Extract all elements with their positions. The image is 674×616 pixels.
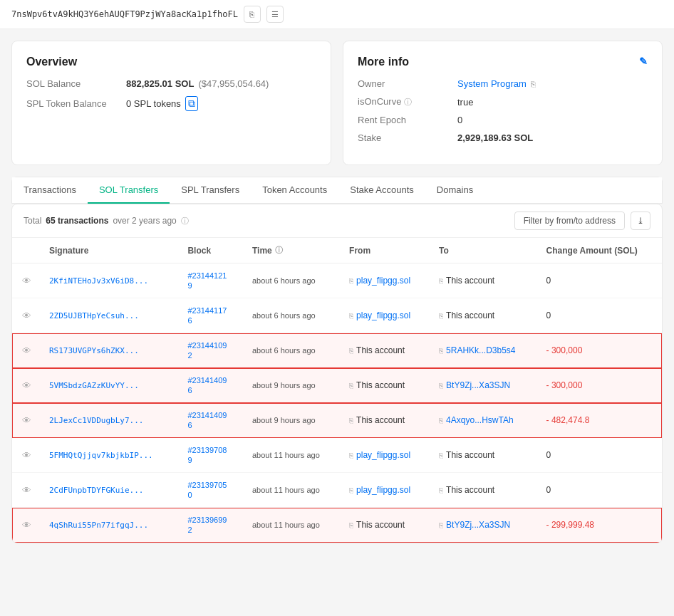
col-from: From xyxy=(341,238,430,263)
from-link[interactable]: play_flipgg.sol xyxy=(356,485,410,495)
col-to: To xyxy=(430,238,538,263)
copy-address-button[interactable]: ⎘ xyxy=(244,6,261,23)
block-link[interactable]: #23139699 xyxy=(187,516,227,524)
table-row: 👁5FMHQtQjjqv7kbjkbIP...#231397089about 1… xyxy=(12,438,662,473)
owner-value: System Program ⎘ xyxy=(457,78,536,89)
to-this-account: This account xyxy=(446,276,494,286)
block-link-sub[interactable]: 2 xyxy=(187,351,192,360)
eye-icon[interactable]: 👁 xyxy=(21,380,32,391)
grid-view-button[interactable]: ☰ xyxy=(266,6,284,23)
from-this-account: This account xyxy=(356,415,405,425)
time-value: about 6 hours ago xyxy=(252,311,316,320)
eye-icon[interactable]: 👁 xyxy=(21,520,32,531)
signature-link[interactable]: 2LJexCc1VDDugbLy7... xyxy=(49,416,143,425)
table-row: 👁5VMSbdzGAZzKUvYY...#231414096about 9 ho… xyxy=(12,368,662,403)
table-info: Total 65 transactions over 2 years ago ⓘ xyxy=(24,216,189,226)
signature-link[interactable]: 5VMSbdzGAZzKUvYY... xyxy=(49,381,139,390)
to-account-icon: ⎘ xyxy=(439,417,443,424)
block-link-sub[interactable]: 6 xyxy=(187,386,192,395)
block-link-sub[interactable]: 0 xyxy=(187,491,192,499)
eye-icon[interactable]: 👁 xyxy=(21,485,32,496)
block-link[interactable]: #23139705 xyxy=(187,481,227,489)
time-range: over 2 years ago xyxy=(113,216,176,226)
signature-link[interactable]: 2ZD5UJBTHpYeCsuh... xyxy=(49,311,139,320)
total-label: Total xyxy=(24,216,41,226)
wallet-address: 7nsWpv6tvA9kHQ3Y6ehAUQFT9PzjWYa8acKa1p1f… xyxy=(11,9,238,19)
tab-token-accounts[interactable]: Token Accounts xyxy=(251,177,338,204)
to-link[interactable]: 5RAHKk...D3b5s4 xyxy=(446,345,515,355)
block-link-sub[interactable]: 9 xyxy=(187,281,192,290)
overview-title: Overview xyxy=(26,56,316,68)
from-link[interactable]: play_flipgg.sol xyxy=(356,276,410,286)
block-link[interactable]: #23141409 xyxy=(187,411,227,419)
block-link[interactable]: #23144117 xyxy=(187,306,227,315)
time-value: about 11 hours ago xyxy=(252,486,320,494)
change-amount: - 300,000 xyxy=(546,345,583,355)
from-account-icon: ⎘ xyxy=(349,486,353,494)
from-this-account: This account xyxy=(356,380,405,390)
eye-icon[interactable]: 👁 xyxy=(21,276,32,286)
eye-icon[interactable]: 👁 xyxy=(21,450,32,461)
from-account-icon: ⎘ xyxy=(349,312,353,320)
signature-link[interactable]: 5FMHQtQjjqv7kbjkbIP... xyxy=(49,451,153,460)
from-link[interactable]: play_flipgg.sol xyxy=(356,450,410,460)
to-link[interactable]: BtY9Zj...Xa3SJN xyxy=(446,380,510,390)
block-link-sub[interactable]: 6 xyxy=(187,316,192,325)
owner-link[interactable]: System Program xyxy=(457,78,527,89)
rent-epoch-label: Rent Epoch xyxy=(358,115,457,125)
to-link[interactable]: BtY9Zj...Xa3SJN xyxy=(446,520,510,530)
from-link[interactable]: play_flipgg.sol xyxy=(356,310,410,320)
block-link[interactable]: #23144109 xyxy=(187,341,227,350)
to-this-account: This account xyxy=(446,485,494,495)
sol-balance-label: SOL Balance xyxy=(26,78,126,89)
tab-bar: Transactions SOL Transfers SPL Transfers… xyxy=(12,177,662,204)
col-time: Time ⓘ xyxy=(244,238,341,263)
is-on-curve-value: true xyxy=(457,97,473,108)
tab-sol-transfers[interactable]: SOL Transfers xyxy=(88,177,170,204)
tab-transactions[interactable]: Transactions xyxy=(12,177,88,204)
block-link-sub[interactable]: 2 xyxy=(187,526,192,534)
spl-token-icon[interactable]: ⧉ xyxy=(185,96,198,111)
block-link-sub[interactable]: 9 xyxy=(187,456,192,464)
table-row: 👁RS173UVGPYs6hZKX...#231441092about 6 ho… xyxy=(12,333,662,368)
copy-owner-icon[interactable]: ⎘ xyxy=(531,80,536,88)
block-link-sub[interactable]: 6 xyxy=(187,421,192,429)
signature-link[interactable]: 4qShRui55Pn77ifgqJ... xyxy=(49,521,148,530)
block-link[interactable]: #23144121 xyxy=(187,271,227,280)
stake-label: Stake xyxy=(358,132,457,143)
to-account-icon: ⎘ xyxy=(439,521,443,529)
signature-link[interactable]: 2KfiNTEHoJv3xV6iD8... xyxy=(49,276,148,286)
table-row: 👁2LJexCc1VDDugbLy7...#231414096about 9 h… xyxy=(12,403,662,438)
from-account-icon: ⎘ xyxy=(349,417,353,424)
to-link[interactable]: 4Axqyo...HswTAh xyxy=(446,415,513,425)
block-link[interactable]: #23139708 xyxy=(187,446,227,454)
time-value: about 11 hours ago xyxy=(252,521,320,529)
change-amount: 0 xyxy=(546,485,551,495)
eye-icon[interactable]: 👁 xyxy=(21,310,32,321)
signature-link[interactable]: RS173UVGPYs6hZKX... xyxy=(49,346,139,355)
from-account-icon: ⎘ xyxy=(349,521,353,529)
filter-button[interactable]: Filter by from/to address xyxy=(514,212,625,230)
tab-stake-accounts[interactable]: Stake Accounts xyxy=(338,177,425,204)
eye-icon[interactable]: 👁 xyxy=(21,415,32,426)
signature-link[interactable]: 2CdFUnpbTDYFGKuie... xyxy=(49,486,143,495)
owner-label: Owner xyxy=(358,78,457,89)
sol-balance-value: 882,825.01 SOL ($47,955,054.64) xyxy=(126,78,269,89)
tab-domains[interactable]: Domains xyxy=(425,177,484,204)
from-account-icon: ⎘ xyxy=(349,451,353,459)
from-this-account: This account xyxy=(356,345,405,355)
table-row: 👁4qShRui55Pn77ifgqJ...#231396992about 11… xyxy=(12,508,662,543)
time-value: about 6 hours ago xyxy=(252,346,316,355)
transactions-table: Signature Block Time ⓘ From To Change Am… xyxy=(12,238,662,543)
more-info-title: More info ✎ xyxy=(358,56,648,68)
eye-icon[interactable]: 👁 xyxy=(21,345,32,356)
change-amount: - 482,474.8 xyxy=(546,415,590,425)
edit-icon[interactable]: ✎ xyxy=(639,56,648,67)
info-icon: ⓘ xyxy=(404,98,412,106)
block-link[interactable]: #23141409 xyxy=(187,376,227,385)
tab-spl-transfers[interactable]: SPL Transfers xyxy=(170,177,251,204)
from-account-icon: ⎘ xyxy=(349,277,353,285)
to-account-icon: ⎘ xyxy=(439,277,443,285)
change-amount: 0 xyxy=(546,450,551,460)
export-button[interactable]: ⤓ xyxy=(631,212,650,230)
